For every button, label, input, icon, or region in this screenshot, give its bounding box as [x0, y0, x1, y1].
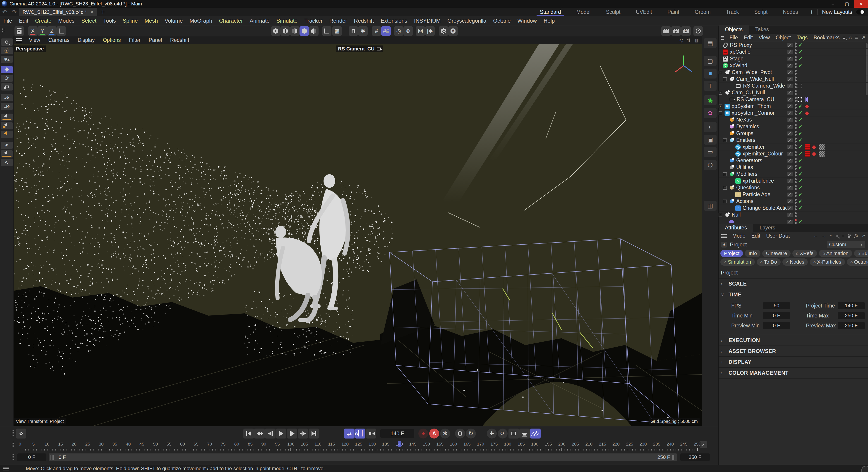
object-row-change-scale-action[interactable]: Change Scale Action✓ [719, 205, 868, 211]
previous-frame-button[interactable] [265, 429, 276, 439]
autokey-range-button[interactable]: A▏▏ [355, 429, 365, 439]
attr-tab-attributes[interactable]: Attributes [719, 224, 753, 232]
timeline-graph-icon[interactable] [700, 441, 707, 448]
menu-help[interactable]: Help [540, 18, 558, 24]
object-row-cam-cu-null[interactable]: −Cam_CU_Null [719, 89, 868, 96]
snap-button[interactable] [349, 26, 358, 36]
goto-end-button[interactable] [309, 429, 319, 439]
menu-octane[interactable]: Octane [490, 18, 514, 24]
om-menu-edit[interactable]: Edit [741, 35, 756, 41]
object-move-tool[interactable]: ❏✥ [1, 103, 13, 110]
visibility-dots[interactable] [795, 138, 797, 142]
set-keyframe-button[interactable] [16, 429, 26, 439]
quantize-button[interactable]: # [372, 26, 381, 36]
enabled-check-icon[interactable]: ✓ [798, 192, 803, 198]
attr-menu-edit[interactable]: Edit [748, 233, 764, 239]
collapse-icon[interactable]: − [723, 186, 727, 190]
menu-redshift[interactable]: Redshift [350, 18, 377, 24]
visibility-dots[interactable] [795, 110, 797, 115]
enabled-check-icon[interactable]: ✓ [798, 62, 803, 69]
viewport-menu-filter[interactable]: Filter [125, 37, 145, 43]
visibility-dots[interactable] [795, 104, 797, 109]
menu-modes[interactable]: Modes [55, 18, 78, 24]
attr-tab-xrefs[interactable]: ⌂XRefs [793, 250, 817, 257]
menu-character[interactable]: Character [216, 18, 246, 24]
fps-field[interactable]: 50 [763, 302, 790, 309]
checker-tag-icon[interactable] [819, 151, 825, 157]
range-left-grip[interactable] [51, 455, 54, 460]
layout-tab-paint[interactable]: Paint [660, 8, 687, 16]
layer-capsule-button[interactable] [519, 429, 530, 439]
polygon-mode-button[interactable] [290, 26, 300, 36]
snap-settings-button[interactable]: ✱ [358, 26, 368, 36]
play-button[interactable] [276, 429, 286, 439]
menu-create[interactable]: Create [32, 18, 55, 24]
menu-window[interactable]: Window [514, 18, 540, 24]
viewport[interactable]: ViewCamerasDisplayOptionsFilterPanelReds… [13, 36, 702, 426]
viewport-solo-auto-button[interactable] [448, 26, 458, 36]
attr-target-icon[interactable]: ◎ [854, 233, 858, 239]
brush-tool[interactable]: ✒ [1, 142, 13, 149]
attr-tab-x-particles[interactable]: ⌂X-Particles [810, 259, 845, 266]
menu-mesh[interactable]: Mesh [141, 18, 161, 24]
viewport-canvas[interactable] [13, 44, 702, 426]
maximize-button[interactable]: ▢ [840, 0, 854, 8]
mute-animation-button[interactable] [530, 429, 540, 439]
attr-tab-octanerender[interactable]: ⌂OctaneRender [847, 259, 868, 266]
enabled-check-icon[interactable]: ✓ [798, 178, 803, 184]
viewport-target-icon[interactable]: ◎ [679, 38, 683, 43]
visibility-dots[interactable] [795, 124, 797, 129]
attr-tab-nodes[interactable]: ⌂Nodes [782, 259, 808, 266]
attr-menu-mode[interactable]: Mode [730, 233, 748, 239]
collapse-icon[interactable]: − [719, 213, 722, 217]
collapse-icon[interactable]: − [723, 138, 727, 142]
viewport-menu-redshift[interactable]: Redshift [166, 37, 193, 43]
checker-tag-icon[interactable] [819, 144, 825, 150]
viewport-menu-options[interactable]: Options [99, 37, 125, 43]
edit-toggle-icon[interactable] [787, 84, 793, 88]
attr-tab-to-do[interactable]: ⌂To Do [756, 259, 781, 266]
points-mode-button[interactable] [271, 26, 280, 36]
edit-toggle-icon[interactable] [787, 206, 793, 210]
layout-tab-groom[interactable]: Groom [687, 8, 718, 16]
open-timeline-button[interactable] [508, 429, 519, 439]
collapse-icon[interactable]: − [723, 172, 727, 176]
edit-toggle-icon[interactable] [787, 104, 793, 108]
attr-lock-icon[interactable] [848, 236, 850, 238]
edit-toggle-icon[interactable] [787, 77, 793, 81]
attr-export-icon[interactable]: ↗ [861, 233, 865, 239]
octane-live-viewer-button[interactable] [693, 26, 703, 36]
visibility-dots[interactable] [795, 158, 797, 163]
section-asset-browser[interactable]: ›ASSET BROWSER [719, 345, 868, 357]
falloff-settings-button[interactable]: ⊛ [403, 26, 413, 36]
new-layouts-button[interactable]: New Layouts [818, 9, 856, 15]
edit-toggle-icon[interactable] [787, 111, 793, 115]
attr-up-icon[interactable]: ↑ [830, 233, 832, 239]
lock-y-axis-button[interactable]: Y [38, 26, 47, 36]
edit-toggle-icon[interactable] [787, 91, 793, 95]
visibility-dots[interactable] [795, 212, 797, 217]
object-row-nexus[interactable]: NeXus✓ [719, 116, 868, 123]
menu-insydium[interactable]: INSYDIUM [411, 18, 444, 24]
visibility-dots[interactable] [795, 97, 797, 102]
object-row-stage[interactable]: Stage✓ [719, 56, 868, 62]
attr-tab-info[interactable]: Info [745, 250, 761, 257]
new-document-tab-button[interactable]: + [97, 8, 108, 15]
visibility-dots[interactable] [795, 144, 797, 149]
enabled-check-icon[interactable]: ✓ [798, 205, 803, 211]
object-row-actions[interactable]: −Actions✓ [719, 198, 868, 205]
edit-toggle-icon[interactable] [787, 186, 793, 190]
attr-back-icon[interactable]: ← [813, 233, 818, 239]
edit-toggle-icon[interactable] [787, 152, 793, 156]
visibility-dots[interactable] [795, 219, 797, 224]
viewport-menu-icon[interactable] [16, 38, 22, 42]
symmetry-settings-button[interactable]: |✱ [425, 26, 435, 36]
rotate-keys-button[interactable]: ⟳ [498, 429, 507, 439]
text-tool-icon[interactable]: T [704, 81, 717, 91]
clapper-icon[interactable]: ◫ [704, 201, 717, 211]
section-time[interactable]: ∨TIME [719, 289, 868, 300]
live-ring-icon[interactable]: ◉ [704, 95, 717, 105]
render-settings-button[interactable] [681, 26, 691, 36]
preset-dropdown[interactable]: Custom ▼ [827, 241, 865, 248]
visibility-dots[interactable] [795, 56, 797, 61]
